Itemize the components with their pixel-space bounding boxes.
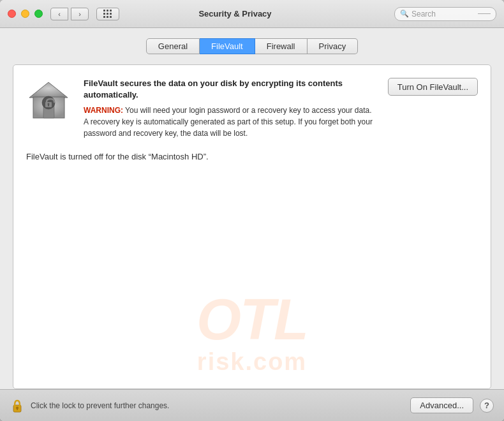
turn-on-filevault-button[interactable]: Turn On FileVault... [388,78,478,96]
filevault-status: FileVault is turned off for the disk “Ma… [26,152,478,161]
titlebar: ‹ › Security & Privacy 🔍 Search [0,0,504,28]
watermark-bottom: risk.com [196,348,308,376]
panel-inner: FileVault secures the data on your disk … [26,78,478,161]
filevault-text-area: FileVault secures the data on your disk … [84,78,375,139]
filevault-warning: WARNING: You will need your login passwo… [84,105,375,139]
tab-privacy[interactable]: Privacy [308,38,359,54]
content-area: General FileVault Firewall Privacy OTL r… [0,28,504,389]
tab-general[interactable]: General [146,38,200,54]
tab-filevault[interactable]: FileVault [200,38,255,54]
close-button[interactable] [8,10,16,18]
back-icon: ‹ [58,10,61,18]
minimize-button[interactable] [21,10,29,18]
lock-icon-wrapper[interactable] [10,397,24,415]
house-lock-icon [28,80,70,121]
padlock-icon [10,397,24,415]
lock-label: Click the lock to prevent further change… [31,401,410,410]
watermark: OTL risk.com [196,291,308,376]
window-title: Security & Privacy [76,9,394,18]
back-button[interactable]: ‹ [50,8,68,20]
search-box[interactable]: 🔍 Search [394,7,496,21]
help-button[interactable]: ? [480,399,494,413]
bottom-bar: Click the lock to prevent further change… [0,389,504,421]
tab-bar: General FileVault Firewall Privacy [0,38,504,54]
filevault-panel: OTL risk.com [13,64,491,389]
traffic-lights [8,10,43,18]
search-icon: 🔍 [400,10,409,18]
warning-text: You will need your login password or a r… [84,106,373,138]
warning-label: WARNING: [84,106,123,115]
svg-rect-9 [17,408,18,410]
filevault-description: FileVault secures the data on your disk … [84,78,375,101]
search-placeholder: Search [411,10,436,18]
filevault-header: FileVault secures the data on your disk … [26,78,478,139]
svg-marker-0 [29,82,68,98]
window: ‹ › Security & Privacy 🔍 Search General [0,0,504,421]
watermark-top: OTL [196,291,308,348]
search-line [478,13,491,14]
svg-rect-6 [48,105,49,107]
filevault-icon [26,78,71,122]
advanced-button[interactable]: Advanced... [410,397,473,413]
tab-firewall[interactable]: Firewall [255,38,308,54]
maximize-button[interactable] [34,10,43,18]
